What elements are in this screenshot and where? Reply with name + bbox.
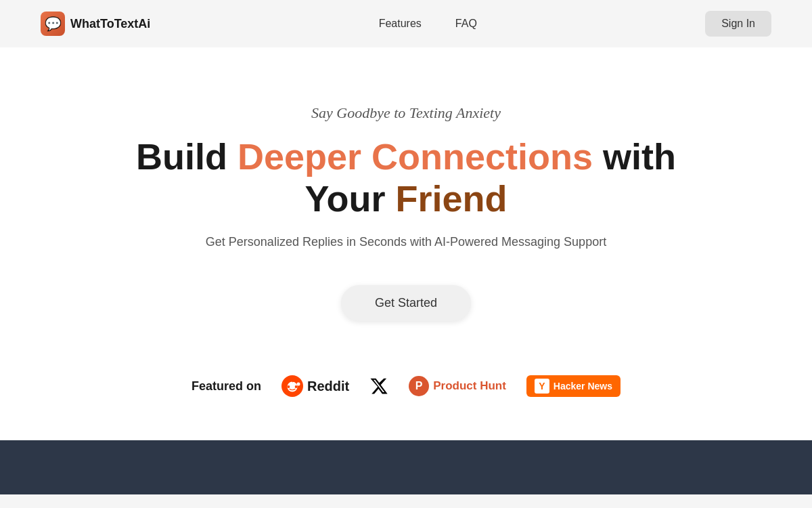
hero-tagline: Say Goodbye to Texting Anxiety: [311, 104, 501, 122]
hacker-news-inner: Y Hacker News: [526, 375, 621, 397]
hacker-news-text: Hacker News: [554, 381, 612, 391]
nav-links: Features FAQ: [379, 18, 477, 30]
navbar: WhatToTextAi Features FAQ Sign In: [0, 0, 812, 47]
x-twitter-badge[interactable]: [369, 377, 388, 396]
svg-point-7: [296, 383, 300, 386]
reddit-badge[interactable]: Reddit: [281, 375, 349, 397]
product-hunt-icon: P: [409, 376, 429, 396]
featured-label: Featured on: [191, 379, 261, 394]
signin-button[interactable]: Sign In: [705, 11, 771, 37]
svg-point-5: [290, 386, 291, 387]
hero-title-part1: Build: [136, 136, 238, 177]
hero-title-accent2: Friend: [395, 178, 507, 219]
product-hunt-badge[interactable]: P Product Hunt: [409, 376, 506, 396]
footer: [0, 440, 812, 494]
hn-y-icon: Y: [535, 379, 549, 394]
svg-point-6: [293, 386, 294, 387]
hero-title: Build Deeper Connections with Your Frien…: [102, 135, 710, 219]
svg-point-3: [287, 385, 290, 388]
logo-text: WhatToTextAi: [70, 17, 150, 31]
featured-section: Featured on Reddit: [191, 375, 621, 397]
main-content: Say Goodbye to Texting Anxiety Build Dee…: [0, 47, 812, 440]
logo-icon: [41, 12, 65, 36]
product-hunt-text: Product Hunt: [433, 379, 506, 393]
x-twitter-icon: [369, 377, 388, 396]
get-started-button[interactable]: Get Started: [341, 285, 471, 321]
reddit-text: Reddit: [307, 379, 349, 394]
hero-title-accent1: Deeper Connections: [238, 136, 593, 177]
nav-faq[interactable]: FAQ: [455, 18, 477, 30]
hero-subtitle: Get Personalized Replies in Seconds with…: [206, 233, 606, 251]
svg-point-2: [294, 385, 297, 388]
nav-features[interactable]: Features: [379, 18, 422, 30]
hacker-news-badge[interactable]: Y Hacker News: [526, 375, 621, 397]
reddit-icon: [281, 375, 303, 397]
logo[interactable]: WhatToTextAi: [41, 12, 150, 36]
